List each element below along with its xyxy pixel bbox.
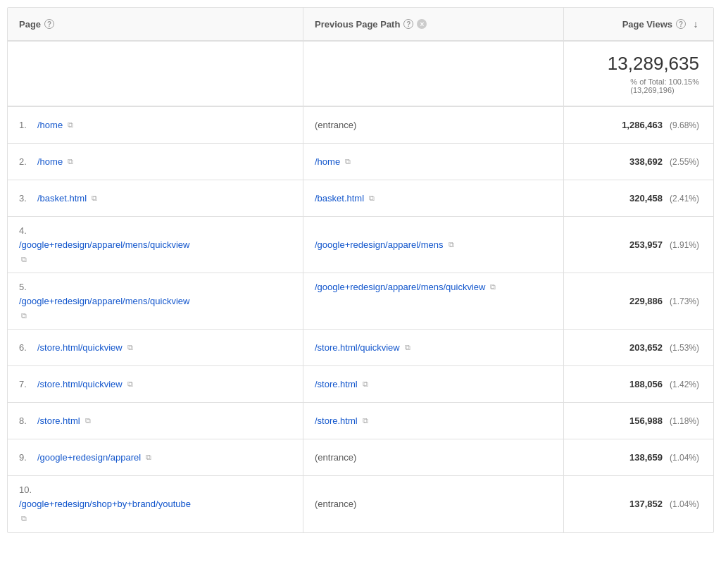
- summary-total: 13,289,635: [608, 53, 699, 75]
- page-views-cell: 253,957(1.91%): [564, 217, 713, 273]
- col2-label: Previous Page Path: [315, 19, 400, 30]
- table-row: 5./google+redesign/apparel/mens/quickvie…: [8, 273, 713, 330]
- prev-path-cell: /store.html/quickview⧉: [303, 330, 564, 365]
- page-link[interactable]: /google+redesign/apparel/mens/quickview: [19, 295, 291, 308]
- row-number: 4.: [19, 225, 35, 236]
- page-views-cell: 320,458(2.41%): [564, 180, 713, 216]
- prev-path-cell: /home⧉: [303, 144, 564, 180]
- page-link[interactable]: /google+redesign/apparel: [37, 452, 141, 463]
- table-row: 9./google+redesign/apparel⧉(entrance)138…: [8, 439, 713, 476]
- page-cell: 1./home⧉: [8, 107, 303, 143]
- external-link-icon[interactable]: ⧉: [19, 311, 29, 320]
- table-row: 6./store.html/quickview⧉/store.html/quic…: [8, 330, 713, 366]
- row-number: 3.: [19, 193, 35, 204]
- row-number: 8.: [19, 415, 35, 426]
- prev-path-cell: (entrance): [303, 107, 564, 143]
- page-views-cell: 229,886(1.73%): [564, 273, 713, 329]
- page-views-percent: (1.04%): [670, 499, 699, 509]
- page-link[interactable]: /home: [37, 156, 63, 167]
- prev-external-link-icon[interactable]: ⧉: [488, 282, 498, 292]
- page-link[interactable]: /google+redesign/shop+by+brand/youtube: [19, 498, 291, 511]
- external-link-icon[interactable]: ⧉: [65, 157, 75, 167]
- summary-row: 13,289,635 % of Total: 100.15% (13,269,1…: [8, 42, 713, 107]
- prev-path-cell: (entrance): [303, 476, 564, 532]
- prev-external-link-icon[interactable]: ⧉: [360, 416, 370, 426]
- page-views-cell: 338,692(2.55%): [564, 144, 713, 180]
- page-cell: 2./home⧉: [8, 144, 303, 180]
- row-number: 6.: [19, 342, 35, 353]
- page-views-value: 1,286,463: [622, 120, 663, 130]
- page-link[interactable]: /store.html: [37, 415, 80, 426]
- prev-path-text[interactable]: /google+redesign/apparel/mens/quickview: [315, 282, 485, 292]
- prev-external-link-icon[interactable]: ⧉: [367, 194, 377, 204]
- page-link[interactable]: /home: [37, 120, 63, 130]
- page-views-percent: (1.42%): [670, 380, 699, 389]
- page-cell: 7./store.html/quickview⧉: [8, 366, 303, 402]
- page-views-cell: 203,652(1.53%): [564, 330, 713, 365]
- row-number: 7.: [19, 379, 35, 389]
- page-link[interactable]: /store.html/quickview: [37, 342, 123, 353]
- summary-col1: [8, 42, 303, 106]
- external-link-icon[interactable]: ⧉: [125, 343, 135, 353]
- prev-path-text[interactable]: /store.html: [315, 415, 358, 426]
- col3-header: Page Views ? ↓: [564, 8, 713, 40]
- page-views-percent: (2.55%): [670, 157, 699, 167]
- prev-external-link-icon[interactable]: ⧉: [343, 157, 353, 167]
- external-link-icon[interactable]: ⧉: [83, 416, 93, 426]
- page-views-value: 320,458: [629, 193, 663, 204]
- page-views-cell: 138,659(1.04%): [564, 439, 713, 475]
- page-views-cell: 1,286,463(9.68%): [564, 107, 713, 143]
- prev-external-link-icon[interactable]: ⧉: [403, 343, 413, 353]
- prev-external-link-icon[interactable]: ⧉: [446, 240, 456, 250]
- page-views-percent: (1.73%): [670, 296, 699, 306]
- col1-help-icon[interactable]: ?: [44, 19, 54, 29]
- col3-help-icon[interactable]: ?: [676, 19, 686, 29]
- external-link-icon[interactable]: ⧉: [19, 514, 29, 524]
- col2-help-icon[interactable]: ?: [403, 19, 413, 29]
- prev-path-text[interactable]: /store.html/quickview: [315, 342, 400, 353]
- col2-header: Previous Page Path ? ×: [303, 8, 564, 40]
- prev-path-text[interactable]: /home: [315, 156, 340, 167]
- page-cell: 8./store.html⧉: [8, 403, 303, 439]
- prev-path-cell: /store.html⧉: [303, 403, 564, 439]
- col1-header: Page ?: [8, 8, 303, 40]
- external-link-icon[interactable]: ⧉: [144, 453, 153, 463]
- table-row: 3./basket.html⧉/basket.html⧉320,458(2.41…: [8, 180, 713, 217]
- page-views-value: 137,852: [629, 499, 663, 509]
- table-row: 4./google+redesign/apparel/mens/quickvie…: [8, 217, 713, 273]
- analytics-table: Page ? Previous Page Path ? × Page Views…: [7, 7, 714, 533]
- page-views-percent: (1.91%): [670, 240, 699, 250]
- table-row: 1./home⧉(entrance)1,286,463(9.68%): [8, 107, 713, 144]
- page-cell: 9./google+redesign/apparel⧉: [8, 439, 303, 475]
- page-link[interactable]: /basket.html: [37, 193, 87, 204]
- page-views-value: 229,886: [629, 296, 663, 306]
- page-views-value: 188,056: [629, 379, 663, 389]
- prev-path-cell: (entrance): [303, 439, 564, 475]
- page-views-value: 138,659: [629, 452, 663, 463]
- row-number: 10.: [19, 484, 35, 495]
- external-link-icon[interactable]: ⧉: [125, 380, 135, 389]
- page-cell: 3./basket.html⧉: [8, 180, 303, 216]
- external-link-icon[interactable]: ⧉: [65, 120, 75, 130]
- table-row: 2./home⧉/home⧉338,692(2.55%): [8, 144, 713, 180]
- col1-label: Page: [19, 19, 41, 30]
- page-views-cell: 156,988(1.18%): [564, 403, 713, 439]
- page-views-percent: (1.53%): [670, 343, 699, 353]
- prev-path-text[interactable]: /basket.html: [315, 193, 364, 204]
- row-number: 9.: [19, 452, 35, 463]
- external-link-icon[interactable]: ⧉: [89, 194, 99, 204]
- prev-path-cell: /google+redesign/apparel/mens/quickview⧉: [303, 273, 564, 329]
- row-number: 2.: [19, 156, 35, 167]
- page-link[interactable]: /store.html/quickview: [37, 379, 123, 389]
- prev-path-text[interactable]: /store.html: [315, 379, 358, 389]
- page-views-percent: (1.18%): [670, 416, 699, 426]
- col2-close-icon[interactable]: ×: [417, 19, 427, 29]
- prev-external-link-icon[interactable]: ⧉: [360, 380, 370, 389]
- sort-icon[interactable]: ↓: [689, 18, 702, 30]
- external-link-icon[interactable]: ⧉: [19, 254, 29, 264]
- table-row: 8./store.html⧉/store.html⧉156,988(1.18%): [8, 403, 713, 439]
- page-link[interactable]: /google+redesign/apparel/mens/quickview: [19, 239, 291, 251]
- page-cell: 4./google+redesign/apparel/mens/quickvie…: [8, 217, 303, 273]
- page-cell: 5./google+redesign/apparel/mens/quickvie…: [8, 273, 303, 329]
- prev-path-text[interactable]: /google+redesign/apparel/mens: [315, 239, 444, 250]
